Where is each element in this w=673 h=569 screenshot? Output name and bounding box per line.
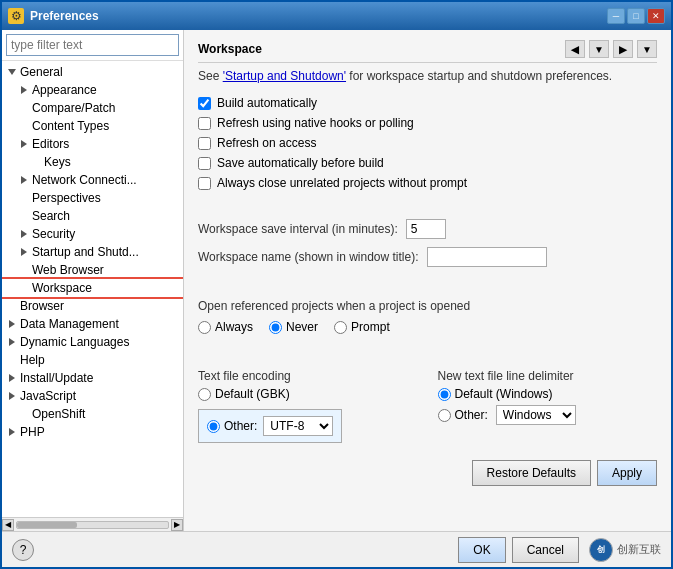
radio-other-line-label: Other: (455, 408, 488, 422)
tree-label-startup: Startup and Shutd... (32, 245, 139, 259)
tree-item-install-update[interactable]: Install/Update (2, 369, 183, 387)
checkbox-build-auto[interactable]: Build automatically (198, 96, 657, 110)
radio-other-encoding[interactable]: Other: (207, 419, 257, 433)
tree-item-openshift[interactable]: OpenShift (2, 405, 183, 423)
tree-label-security: Security (32, 227, 75, 241)
tree-label-browser: Browser (20, 299, 64, 313)
tree-item-help[interactable]: Help (2, 351, 183, 369)
radio-default-windows[interactable]: Default (Windows) (438, 387, 553, 401)
expand-editors (18, 138, 30, 150)
tree-item-data-management[interactable]: Data Management (2, 315, 183, 333)
cancel-button[interactable]: Cancel (512, 537, 579, 563)
radio-prompt[interactable]: Prompt (334, 320, 390, 334)
ok-button[interactable]: OK (458, 537, 505, 563)
tree-item-startup[interactable]: Startup and Shutd... (2, 243, 183, 261)
tree-item-compare-patch[interactable]: Compare/Patch (2, 99, 183, 117)
refresh-access-checkbox[interactable] (198, 137, 211, 150)
menu-button[interactable]: ▼ (637, 40, 657, 58)
expand-install-update (6, 372, 18, 384)
forward-dropdown-button[interactable]: ▼ (589, 40, 609, 58)
tree-item-content-types[interactable]: Content Types (2, 117, 183, 135)
close-button[interactable]: ✕ (647, 8, 665, 24)
spacer-perspectives (18, 192, 30, 204)
preferences-window: ⚙ Preferences ─ □ ✕ General Appeara (0, 0, 673, 569)
encoding-title: Text file encoding (198, 369, 418, 383)
tree-label-compare-patch: Compare/Patch (32, 101, 115, 115)
help-button[interactable]: ? (12, 539, 34, 561)
radio-default-gbk[interactable]: Default (GBK) (198, 387, 290, 401)
open-projects-title: Open referenced projects when a project … (198, 299, 657, 313)
startup-link[interactable]: 'Startup and Shutdown' (223, 69, 346, 83)
tree-label-dynamic-languages: Dynamic Languages (20, 335, 129, 349)
tree-item-network[interactable]: Network Connecti... (2, 171, 183, 189)
radio-never[interactable]: Never (269, 320, 318, 334)
checkbox-close-unrelated[interactable]: Always close unrelated projects without … (198, 176, 657, 190)
tree-label-network: Network Connecti... (32, 173, 137, 187)
expand-javascript (6, 390, 18, 402)
tree-item-editors[interactable]: Editors (2, 135, 183, 153)
back-button[interactable]: ◀ (565, 40, 585, 58)
apply-button[interactable]: Apply (597, 460, 657, 486)
tree-item-general[interactable]: General (2, 63, 183, 81)
expand-network (18, 174, 30, 186)
radio-default-gbk-input[interactable] (198, 388, 211, 401)
tree-label-editors: Editors (32, 137, 69, 151)
save-interval-input[interactable] (406, 219, 446, 239)
title-buttons: ─ □ ✕ (607, 8, 665, 24)
expand-security (18, 228, 30, 240)
tree-item-php[interactable]: PHP (2, 423, 183, 441)
radio-prompt-input[interactable] (334, 321, 347, 334)
checkbox-refresh-native[interactable]: Refresh using native hooks or polling (198, 116, 657, 130)
maximize-button[interactable]: □ (627, 8, 645, 24)
tree-item-browser[interactable]: Browser (2, 297, 183, 315)
delimiter-select[interactable]: Windows Unix Mac OS X (496, 405, 576, 425)
tree-label-openshift: OpenShift (32, 407, 85, 421)
build-auto-checkbox[interactable] (198, 97, 211, 110)
tree-item-dynamic-languages[interactable]: Dynamic Languages (2, 333, 183, 351)
radio-default-windows-label: Default (Windows) (455, 387, 553, 401)
checkbox-save-auto[interactable]: Save automatically before build (198, 156, 657, 170)
restore-defaults-button[interactable]: Restore Defaults (472, 460, 591, 486)
tree-item-web-browser[interactable]: Web Browser (2, 261, 183, 279)
scroll-thumb (17, 522, 77, 528)
action-buttons: Restore Defaults Apply (198, 460, 657, 486)
radio-default-windows-input[interactable] (438, 388, 451, 401)
radio-always-label: Always (215, 320, 253, 334)
scroll-right-btn[interactable]: ▶ (171, 519, 183, 531)
encoding-select[interactable]: UTF-8 ISO-8859-1 US-ASCII (263, 416, 333, 436)
checkbox-refresh-access[interactable]: Refresh on access (198, 136, 657, 150)
tree-label-install-update: Install/Update (20, 371, 93, 385)
left-panel-scrollbar[interactable]: ◀ ▶ (2, 517, 183, 531)
scroll-left-btn[interactable]: ◀ (2, 519, 14, 531)
tree-item-appearance[interactable]: Appearance (2, 81, 183, 99)
close-unrelated-label: Always close unrelated projects without … (217, 176, 467, 190)
refresh-native-checkbox[interactable] (198, 117, 211, 130)
radio-always[interactable]: Always (198, 320, 253, 334)
tree-item-perspectives[interactable]: Perspectives (2, 189, 183, 207)
tree-label-data-management: Data Management (20, 317, 119, 331)
encoding-radio-group: Default (GBK) Other: UTF-8 ISO-8859-1 US… (198, 387, 418, 443)
filter-input[interactable] (6, 34, 179, 56)
spacer-compare (18, 102, 30, 114)
radio-never-input[interactable] (269, 321, 282, 334)
separator2 (198, 279, 657, 283)
radio-always-input[interactable] (198, 321, 211, 334)
tree-item-security[interactable]: Security (2, 225, 183, 243)
title-bar: ⚙ Preferences ─ □ ✕ (2, 2, 671, 30)
save-auto-checkbox[interactable] (198, 157, 211, 170)
radio-other-line-input[interactable] (438, 409, 451, 422)
workspace-name-input[interactable] (427, 247, 547, 267)
tree-item-javascript[interactable]: JavaScript (2, 387, 183, 405)
radio-other-line[interactable]: Other: Windows Unix Mac OS X (438, 405, 576, 425)
scroll-track (16, 521, 169, 529)
close-unrelated-checkbox[interactable] (198, 177, 211, 190)
forward-button[interactable]: ▶ (613, 40, 633, 58)
tree-item-search[interactable]: Search (2, 207, 183, 225)
tree-item-workspace[interactable]: Workspace (2, 279, 183, 297)
content-area: General Appearance Compare/Patch Content… (2, 30, 671, 531)
expand-general (6, 66, 18, 78)
minimize-button[interactable]: ─ (607, 8, 625, 24)
radio-other-encoding-input[interactable] (207, 420, 220, 433)
tree-item-keys[interactable]: Keys (2, 153, 183, 171)
watermark: 创 创新互联 (589, 538, 661, 562)
